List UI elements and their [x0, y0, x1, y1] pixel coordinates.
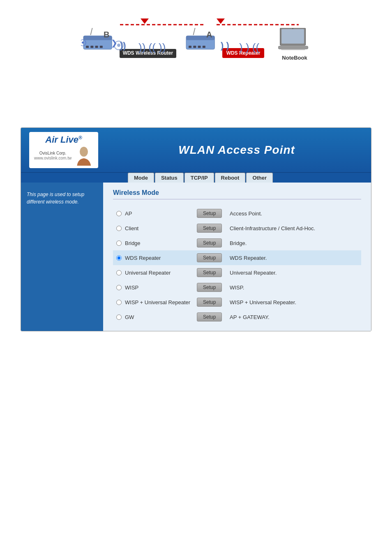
- nav-tabs: Mode Status TCP/IP Reboot Other: [21, 172, 371, 183]
- mode-row-bridge: Bridge Setup Bridge.: [113, 236, 361, 250]
- radio-wisp[interactable]: [116, 285, 122, 290]
- diagram-section: ⦿ ❯❯ )) ⦿ B WDS Wireless Router )) (( ))…: [0, 0, 392, 119]
- svg-rect-9: [95, 46, 98, 48]
- mode-row-wisp-universal: WISP + Universal Repeater Setup WISP + U…: [113, 295, 361, 310]
- mode-row-gw: GW Setup AP + GATEWAY.: [113, 310, 361, 324]
- radio-wisp-universal[interactable]: [116, 300, 122, 305]
- svg-rect-21: [281, 29, 304, 44]
- content-area: Wireless Mode AP Setup Access Point. Cli…: [103, 183, 371, 331]
- ui-header: Air Live® OvisLink Corp. www.ovislink.co…: [21, 128, 371, 172]
- svg-line-13: [193, 28, 195, 35]
- sidebar: This page is used to setup different wir…: [21, 183, 103, 331]
- svg-line-4: [90, 28, 92, 35]
- mode-row-ap: AP Setup Access Point.: [113, 206, 361, 221]
- setup-btn-ap[interactable]: Setup: [197, 209, 222, 218]
- section-title: Wireless Mode: [113, 189, 361, 199]
- sidebar-text: This page is used to setup different wir…: [27, 191, 97, 206]
- svg-point-25: [80, 147, 88, 157]
- radio-bridge[interactable]: [116, 240, 122, 246]
- tab-tcpip[interactable]: TCP/IP: [184, 173, 214, 183]
- mode-label-wisp-universal[interactable]: WISP + Universal Repeater: [116, 299, 190, 305]
- svg-rect-22: [278, 46, 308, 49]
- desc-wisp-universal: WISP + Universal Repeater.: [226, 295, 361, 310]
- desc-bridge: Bridge.: [226, 236, 361, 250]
- svg-rect-19: [203, 46, 205, 48]
- mode-row-universal-repeater: Universal Repeater Setup Universal Repea…: [113, 265, 361, 280]
- setup-btn-wisp-universal[interactable]: Setup: [197, 298, 222, 307]
- radio-ap[interactable]: [116, 211, 122, 216]
- desc-gw: AP + GATEWAY.: [226, 310, 361, 324]
- wifi-waves-2: ) ) ((: [239, 41, 259, 54]
- mode-row-wds-repeater: WDS Repeater Setup WDS Repeater.: [113, 250, 361, 265]
- svg-marker-3: [217, 18, 225, 24]
- radio-wds-repeater[interactable]: [116, 255, 122, 261]
- tab-status[interactable]: Status: [155, 173, 184, 183]
- network-diagram: ⦿ ❯❯ )) ⦿ B WDS Wireless Router )) (( ))…: [56, 16, 336, 107]
- ui-panel: Air Live® OvisLink Corp. www.ovislink.co…: [21, 127, 371, 331]
- svg-text:⦿: ⦿: [81, 39, 87, 47]
- mode-label-wds-repeater[interactable]: WDS Repeater: [116, 255, 190, 261]
- brand-area: Air Live® OvisLink Corp. www.ovislink.co…: [29, 132, 98, 168]
- svg-rect-23: [281, 49, 305, 50]
- mode-label-ap[interactable]: AP: [116, 210, 190, 217]
- tab-reboot[interactable]: Reboot: [215, 173, 246, 183]
- notebook-device: NoteBook: [278, 28, 311, 61]
- company-url: www.ovislink.com.tw: [34, 156, 71, 161]
- tab-other[interactable]: Other: [246, 173, 273, 183]
- radio-universal-repeater[interactable]: [116, 270, 122, 275]
- company-name: OvisLink Corp.: [34, 151, 71, 156]
- desc-client: Client-Infrastructure / Client Ad-Hoc.: [226, 221, 361, 236]
- svg-rect-18: [198, 46, 201, 48]
- setup-btn-wisp[interactable]: Setup: [197, 283, 222, 292]
- svg-rect-10: [100, 46, 103, 48]
- desc-ap: Access Point.: [226, 206, 361, 221]
- notebook-label: NoteBook: [278, 55, 311, 61]
- svg-rect-17: [193, 46, 196, 48]
- radio-client[interactable]: [116, 226, 122, 231]
- mode-label-bridge[interactable]: Bridge: [116, 240, 190, 246]
- mode-row-wisp: WISP Setup WISP.: [113, 280, 361, 295]
- tab-mode[interactable]: Mode: [128, 173, 154, 183]
- svg-marker-1: [141, 18, 149, 24]
- setup-btn-client[interactable]: Setup: [197, 224, 222, 233]
- mode-label-gw[interactable]: GW: [116, 314, 190, 320]
- mode-table: AP Setup Access Point. Client Setup Clie…: [113, 206, 361, 324]
- desc-wds-repeater: WDS Repeater.: [226, 250, 361, 265]
- radio-gw[interactable]: [116, 314, 122, 320]
- panel-title: WLAN Access Point: [111, 143, 363, 157]
- mode-label-wisp[interactable]: WISP: [116, 284, 190, 291]
- setup-btn-wds-repeater[interactable]: Setup: [197, 253, 222, 262]
- svg-point-24: [292, 28, 293, 29]
- mode-row-client: Client Setup Client-Infrastructure / Cli…: [113, 221, 361, 236]
- desc-wisp: WISP.: [226, 280, 361, 295]
- desc-universal-repeater: Universal Repeater.: [226, 265, 361, 280]
- setup-btn-bridge[interactable]: Setup: [197, 238, 222, 247]
- svg-rect-8: [90, 46, 93, 48]
- mode-label-universal-repeater[interactable]: Universal Repeater: [116, 270, 190, 276]
- setup-btn-universal-repeater[interactable]: Setup: [197, 268, 222, 277]
- svg-rect-16: [189, 46, 191, 48]
- wifi-waves-1: )) (( )): [138, 41, 166, 54]
- setup-btn-gw[interactable]: Setup: [197, 312, 222, 321]
- mode-label-client[interactable]: Client: [116, 225, 190, 231]
- brand-logo: Air Live®: [34, 134, 93, 145]
- main-content: This page is used to setup different wir…: [21, 183, 371, 331]
